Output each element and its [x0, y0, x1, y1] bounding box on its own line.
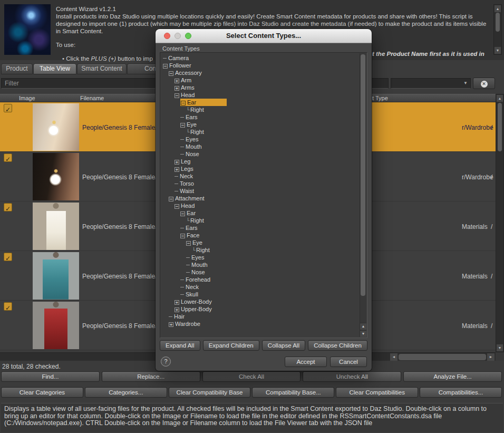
help-button[interactable]: ? [161, 357, 171, 367]
tree-node-mouth[interactable]: Mouth [161, 261, 359, 268]
tree-node-leg[interactable]: +Leg [161, 158, 359, 165]
tree-node-wardrobe[interactable]: +Wardrobe [161, 320, 359, 328]
scroll-right-button[interactable]: ► [487, 353, 495, 361]
tree-node-ears[interactable]: Ears [161, 224, 359, 232]
collapse-all-button[interactable]: Collapse All [262, 340, 305, 351]
scrollbar-thumb[interactable] [496, 13, 500, 32]
cancel-button[interactable]: Cancel [330, 357, 367, 367]
expand-box-icon[interactable]: + [175, 160, 179, 165]
compatibility-base-button[interactable]: Compatibility Base... [252, 387, 334, 398]
collapse-box-icon[interactable]: − [180, 211, 185, 216]
tree-node-right[interactable]: └Right [161, 217, 359, 224]
tab-table-view[interactable]: Table View [33, 63, 76, 74]
tab-smart-content[interactable]: Smart Content [77, 63, 127, 74]
tree-node-head[interactable]: −Head [161, 202, 359, 209]
collapse-box-icon[interactable]: − [169, 71, 173, 76]
collapse-box-icon[interactable]: − [180, 234, 185, 238]
tree-node-eyes[interactable]: Eyes [161, 254, 359, 261]
collapse-box-icon[interactable]: − [175, 204, 179, 209]
tree-node-right[interactable]: └Right [161, 106, 359, 113]
compatibilities-button[interactable]: Compatibilities... [420, 387, 502, 398]
expand-box-icon[interactable]: + [175, 79, 179, 83]
row-checkbox[interactable]: ✓ [4, 104, 12, 112]
tree-node-upper-body[interactable]: +Upper-Body [161, 305, 359, 313]
tree-node-camera[interactable]: Camera [161, 54, 359, 62]
tree-node-neck[interactable]: Neck [161, 172, 359, 180]
collapse-box-icon[interactable]: − [181, 101, 186, 105]
row-checkbox[interactable]: ✓ [4, 203, 12, 211]
tree-node-mouth[interactable]: Mouth [161, 143, 359, 150]
zoom-button[interactable] [185, 33, 191, 39]
tree-node-arms[interactable]: +Arms [161, 84, 359, 91]
find-button[interactable]: Find... [1, 371, 100, 382]
replace-button[interactable]: Replace... [102, 371, 200, 382]
uncheck-all-button[interactable]: Uncheck All [303, 371, 401, 382]
earring-dark-thumbnail[interactable] [33, 153, 79, 200]
tree-node-eye[interactable]: −Eye [161, 239, 359, 246]
scrollbar-thumb[interactable] [498, 103, 502, 151]
expand-box-icon[interactable]: + [169, 322, 173, 327]
scroll-down-button[interactable]: ▼ [497, 344, 503, 351]
tab-product[interactable]: Product [1, 63, 33, 74]
tree-node-accessory[interactable]: −Accessory [161, 69, 359, 76]
categories-button[interactable]: Categories... [85, 387, 167, 398]
accept-button[interactable]: Accept [285, 357, 327, 367]
clear-categories-button[interactable]: Clear Categories [1, 387, 83, 398]
earring-light-thumbnail[interactable] [33, 103, 79, 151]
tree-node-forehead[interactable]: Forehead [161, 276, 359, 283]
clear-compatibility-base-button[interactable]: Clear Compatibility Base [169, 387, 251, 398]
collapse-box-icon[interactable]: − [169, 197, 173, 201]
scroll-up-button[interactable]: ▲ [495, 5, 501, 12]
collapse-box-icon[interactable]: − [163, 64, 168, 69]
header-scrollbar[interactable]: ▲ ▼ [493, 4, 502, 55]
expand-box-icon[interactable]: + [175, 86, 179, 91]
close-button[interactable] [164, 33, 170, 39]
tree-node-ear[interactable]: −Ear [161, 209, 359, 217]
tree-node-waist[interactable]: Waist [161, 187, 359, 195]
scrollbar-thumb[interactable] [361, 54, 365, 296]
analyze-file-button[interactable]: Analyze File... [403, 371, 502, 382]
filter-combobox[interactable]: ▼ [391, 78, 471, 89]
collapse-children-button[interactable]: Collapse Children [308, 340, 367, 351]
check-all-button[interactable]: Check All [202, 371, 301, 382]
tree-node-face[interactable]: −Face [161, 232, 359, 239]
column-header-image[interactable]: Image [19, 95, 35, 101]
dress-red-thumbnail[interactable] [33, 302, 79, 349]
tree-node-right[interactable]: └Right [161, 246, 359, 254]
tree-node-eyes[interactable]: Eyes [161, 136, 359, 143]
scroll-down-button[interactable]: ▼ [360, 330, 366, 337]
tree-node-ears[interactable]: Ears [161, 113, 359, 121]
expand-children-button[interactable]: Expand Children [203, 340, 259, 351]
scroll-up-button[interactable]: ▲ [360, 323, 366, 330]
column-header-filename[interactable]: Filename [80, 95, 104, 101]
scrollbar-thumb[interactable] [399, 354, 486, 360]
scroll-down-button[interactable]: ▼ [495, 47, 501, 54]
collapse-box-icon[interactable]: − [175, 93, 179, 98]
table-vertical-scrollbar[interactable]: ▲ ▼ [496, 94, 504, 352]
tree-scrollbar[interactable]: ▲ ▼ [360, 53, 366, 337]
expand-all-button[interactable]: Expand All [160, 340, 200, 351]
dress-teal-thumbnail[interactable] [33, 252, 79, 300]
tree-node-torso[interactable]: Torso [161, 180, 359, 187]
tree-node-skull[interactable]: Skull [161, 291, 359, 298]
tree-node-arm[interactable]: +Arm [161, 76, 359, 84]
collapse-box-icon[interactable]: − [180, 123, 185, 128]
tree-node-follower[interactable]: −Follower [161, 62, 359, 69]
tree-node-attachment[interactable]: −Attachment [161, 195, 359, 202]
minimize-button[interactable] [175, 33, 181, 39]
tree-node-nose[interactable]: Nose [161, 150, 359, 158]
tree-node-ear[interactable]: −Ear [161, 99, 359, 106]
tree-node-head[interactable]: −Head [161, 91, 359, 99]
tree-node-legs[interactable]: +Legs [161, 165, 359, 172]
tree-node-eye[interactable]: −Eye [161, 121, 359, 128]
collapse-box-icon[interactable]: − [186, 241, 191, 246]
column-header-content-type[interactable]: t Type [372, 95, 388, 101]
scroll-left-button[interactable]: ◄ [390, 353, 398, 361]
clear-filter-button[interactable]: ✕ [473, 78, 495, 89]
row-checkbox[interactable]: ✓ [4, 302, 12, 311]
expand-box-icon[interactable]: + [175, 167, 179, 172]
tree-node-neck[interactable]: Neck [161, 283, 359, 291]
row-checkbox[interactable]: ✓ [4, 253, 12, 261]
scroll-up-button[interactable]: ▲ [497, 95, 503, 102]
clear-compatibilities-button[interactable]: Clear Compatibilities [336, 387, 418, 398]
